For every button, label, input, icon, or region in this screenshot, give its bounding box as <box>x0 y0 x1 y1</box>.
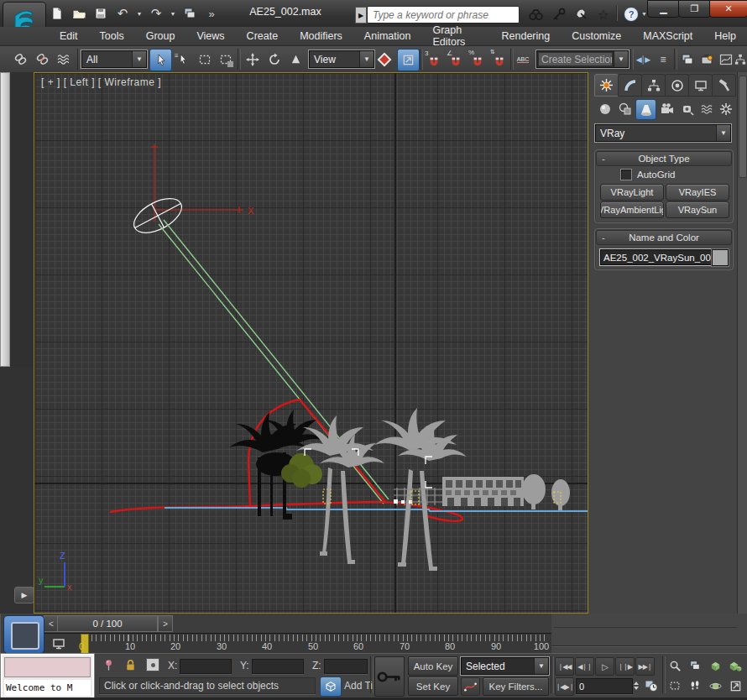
building[interactable] <box>442 477 524 506</box>
track-bar[interactable]: 10 20 30 40 50 60 70 80 90 100 0 <box>34 633 551 655</box>
z-coordinate-field[interactable] <box>324 659 368 674</box>
select-object-button[interactable] <box>149 49 172 71</box>
help-dropdown-icon[interactable]: ▼ <box>641 11 647 17</box>
select-and-rotate-icon[interactable] <box>264 49 285 70</box>
scrollbar-thumb[interactable] <box>739 76 747 178</box>
set-key-button[interactable]: Set Key <box>408 676 458 696</box>
maxscript-listener-pin-icon[interactable] <box>101 657 116 672</box>
go-to-start-button[interactable]: ❘◀◀ <box>555 657 574 676</box>
curve-editor-icon[interactable] <box>718 49 734 70</box>
search-expand-icon[interactable]: ▶ <box>355 7 367 24</box>
vraysun-object[interactable] <box>128 191 187 239</box>
viewport-layout-tab[interactable] <box>3 615 44 654</box>
round-trees[interactable] <box>522 474 570 510</box>
menu-edit[interactable]: Edit <box>49 27 89 46</box>
add-time-tag[interactable]: Add Ti <box>344 680 373 692</box>
object-color-swatch[interactable] <box>712 249 729 266</box>
light-category-dropdown[interactable]: VRay▼ <box>595 124 731 142</box>
edit-named-selection-sets-icon[interactable]: ABC <box>513 49 533 70</box>
region-zoom-icon[interactable] <box>666 677 684 694</box>
x-coordinate-field[interactable] <box>180 659 232 674</box>
schematic-view-icon[interactable] <box>734 49 746 70</box>
favorites-star-icon[interactable]: ☆ <box>593 6 614 23</box>
vrayies-button[interactable]: VRayIES <box>666 184 729 201</box>
subtab-geometry[interactable] <box>595 99 614 118</box>
viewport-left-wireframe[interactable]: X <box>34 72 588 614</box>
autogrid-checkbox[interactable] <box>620 169 632 180</box>
snap-toggle-3d-icon[interactable]: 3 <box>423 49 444 70</box>
tab-create[interactable] <box>594 74 619 97</box>
tab-hierarchy[interactable] <box>641 74 666 97</box>
subtab-systems[interactable] <box>716 99 735 118</box>
go-to-end-button[interactable]: ▶▶❘ <box>635 657 655 676</box>
angle-snap-icon[interactable]: ∠ <box>445 49 466 70</box>
percent-snap-icon[interactable]: % <box>467 49 488 70</box>
search-input[interactable] <box>368 9 519 21</box>
menu-create[interactable]: Create <box>236 27 290 46</box>
search-box[interactable] <box>367 6 520 24</box>
menu-maxscript[interactable]: MAXScript <box>632 27 703 46</box>
isolate-selection-toggle[interactable] <box>320 676 342 697</box>
menu-tools[interactable]: Tools <box>89 27 135 46</box>
minimize-button[interactable]: ▁ <box>647 0 680 18</box>
tab-utilities[interactable] <box>712 74 736 97</box>
vraylight-button[interactable]: VRayLight <box>600 184 664 201</box>
menu-graph-editors[interactable]: Graph Editors <box>421 27 490 46</box>
window-crossing-toggle-icon[interactable] <box>215 49 236 70</box>
object-name-field[interactable]: AE25_002_VRaySun_001 <box>600 249 713 265</box>
zoom-extents-all-icon[interactable] <box>726 657 744 674</box>
select-and-move-icon[interactable] <box>242 49 263 70</box>
select-by-name-icon[interactable]: ≡ <box>172 49 193 70</box>
maximize-viewport-toggle-icon[interactable] <box>726 677 744 694</box>
zoom-icon[interactable] <box>666 657 684 674</box>
absolute-mode-icon[interactable] <box>144 657 161 672</box>
key-mode-toggle[interactable]: ❘◀▶❘ <box>555 677 574 696</box>
select-and-scale-icon[interactable] <box>285 49 306 70</box>
current-frame-field[interactable] <box>576 678 633 694</box>
y-coordinate-field[interactable] <box>252 659 304 674</box>
named-selection-set-dropdown[interactable]: Create Selection Se▼ <box>536 50 629 68</box>
default-tangent-icon[interactable] <box>461 677 480 696</box>
play-button[interactable]: ▷ <box>595 657 614 676</box>
rollout-name-color-header[interactable]: - Name and Color <box>596 230 732 245</box>
tab-display[interactable] <box>688 74 713 97</box>
welcome-window[interactable]: Welcome to M <box>0 653 95 700</box>
subtab-shapes[interactable] <box>615 99 635 118</box>
tab-motion[interactable] <box>665 74 689 97</box>
set-keys-button[interactable] <box>374 656 405 697</box>
layout-tabs-flyout-button[interactable]: ▶ <box>14 587 34 603</box>
save-file-icon[interactable] <box>92 5 109 22</box>
frame-spinner[interactable] <box>632 678 640 692</box>
close-button[interactable]: ✕ <box>709 0 747 18</box>
blue-ground-spline[interactable] <box>165 508 588 511</box>
open-file-icon[interactable] <box>71 5 87 22</box>
communication-center-icon[interactable] <box>572 6 592 23</box>
menu-help[interactable]: Help <box>703 27 747 46</box>
undo-icon[interactable]: ↶ <box>114 5 131 22</box>
tab-modify[interactable] <box>618 74 642 97</box>
time-slider-track[interactable]: < 0 / 100 > <box>34 614 551 634</box>
menu-views[interactable]: Views <box>185 27 235 46</box>
sign-in-key-icon[interactable] <box>549 6 569 23</box>
manage-layers-icon[interactable] <box>677 49 697 70</box>
time-configuration-icon[interactable] <box>643 677 660 694</box>
time-slider-handle[interactable]: 0 / 100 <box>57 615 158 632</box>
scene-explorer-icon[interactable] <box>697 49 716 70</box>
vraysun-button[interactable]: VRaySun <box>666 201 729 218</box>
use-pivot-point-center-icon[interactable] <box>375 49 394 70</box>
subtab-lights[interactable] <box>635 99 656 120</box>
zoom-all-icon[interactable] <box>686 657 704 674</box>
viewport-label[interactable]: [ + ] [ Left ] [ Wireframe ] <box>41 76 161 88</box>
left-docked-toolbar[interactable] <box>0 72 10 367</box>
maximize-button[interactable]: ❐ <box>678 0 711 18</box>
selection-filter-dropdown[interactable]: All▼ <box>81 50 147 68</box>
subtab-helpers[interactable] <box>677 99 697 118</box>
rollout-object-type-header[interactable]: - Object Type <box>596 151 732 166</box>
zoom-extents-icon[interactable] <box>706 657 724 674</box>
align-icon[interactable]: ≡ <box>654 49 672 70</box>
help-icon[interactable]: ? <box>623 6 640 23</box>
bind-to-spacewarp-icon[interactable] <box>54 49 75 70</box>
selection-set-key-dropdown[interactable]: Selected▼ <box>461 657 549 675</box>
mini-curve-editor-icon[interactable] <box>49 635 69 651</box>
vrayambientlight-button[interactable]: VRayAmbientLig <box>600 201 664 218</box>
